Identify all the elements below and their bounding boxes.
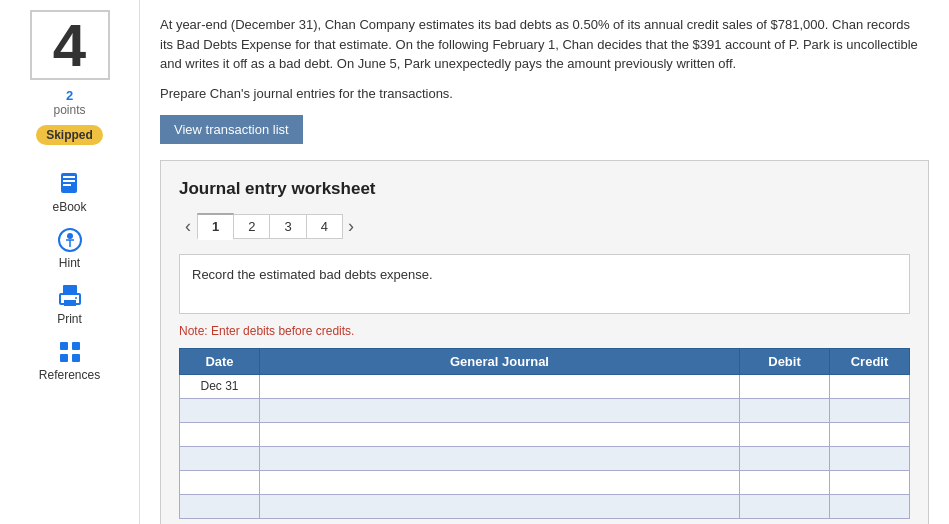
svg-rect-12 [60,342,68,350]
table-row [180,446,910,470]
row-2-debit[interactable] [740,398,830,422]
row-5-journal-input[interactable] [260,471,739,494]
worksheet-title: Journal entry worksheet [179,179,910,199]
table-row: Dec 31 [180,374,910,398]
row-5-journal[interactable] [260,470,740,494]
print-icon [56,282,84,310]
row-6-credit[interactable] [830,494,910,518]
row-6-journal[interactable] [260,494,740,518]
sidebar-item-print[interactable]: Print [56,282,84,326]
row-5-credit-input[interactable] [830,471,909,494]
row-2-credit[interactable] [830,398,910,422]
row-4-journal[interactable] [260,446,740,470]
sidebar-item-ebook[interactable]: eBook [52,170,86,214]
svg-rect-3 [63,184,71,186]
svg-rect-2 [63,180,75,182]
row-1-debit[interactable] [740,374,830,398]
row-4-journal-input[interactable] [260,447,739,470]
row-6-debit-input[interactable] [740,495,829,518]
row-4-credit-input[interactable] [830,447,909,470]
tab-previous-button[interactable]: ‹ [179,216,197,237]
svg-rect-8 [63,285,77,294]
header-debit: Debit [740,348,830,374]
row-3-date [180,422,260,446]
svg-rect-13 [72,342,80,350]
row-3-journal-input[interactable] [260,423,739,446]
row-3-credit-input[interactable] [830,423,909,446]
hint-label: Hint [59,256,80,270]
row-5-debit[interactable] [740,470,830,494]
question-number: 4 [30,10,110,80]
problem-text: At year-end (December 31), Chan Company … [160,15,920,74]
row-2-journal-input[interactable] [260,399,739,422]
svg-rect-10 [64,300,76,306]
row-3-journal[interactable] [260,422,740,446]
tab-next-button[interactable]: › [342,216,360,237]
references-icon [56,338,84,366]
journal-table: Date General Journal Debit Credit Dec 31 [179,348,910,519]
row-1-debit-input[interactable] [740,375,829,398]
svg-rect-1 [63,176,75,178]
references-label: References [39,368,100,382]
ebook-label: eBook [52,200,86,214]
row-1-date: Dec 31 [180,374,260,398]
row-1-journal[interactable] [260,374,740,398]
table-row [180,494,910,518]
hint-icon [56,226,84,254]
points-label: points [53,103,85,117]
ebook-icon [56,170,84,198]
row-1-credit[interactable] [830,374,910,398]
print-label: Print [57,312,82,326]
table-row [180,470,910,494]
header-credit: Credit [830,348,910,374]
sidebar: 4 2 points Skipped eBook [0,0,140,524]
row-4-debit[interactable] [740,446,830,470]
table-row [180,398,910,422]
row-6-date [180,494,260,518]
row-1-journal-input[interactable] [260,375,739,398]
table-row [180,422,910,446]
row-2-credit-input[interactable] [830,399,909,422]
points-value: 2 [66,88,73,103]
debit-credit-note: Note: Enter debits before credits. [179,324,910,338]
tab-4[interactable]: 4 [306,214,343,239]
svg-rect-14 [60,354,68,362]
sidebar-item-references[interactable]: References [39,338,100,382]
row-5-date [180,470,260,494]
row-6-credit-input[interactable] [830,495,909,518]
prepare-instruction: Prepare Chan's journal entries for the t… [160,86,929,101]
status-badge: Skipped [36,125,103,145]
row-2-debit-input[interactable] [740,399,829,422]
tab-1[interactable]: 1 [197,213,234,240]
row-4-date [180,446,260,470]
transaction-description: Record the estimated bad debts expense. [179,254,910,314]
header-date: Date [180,348,260,374]
row-3-credit[interactable] [830,422,910,446]
svg-rect-15 [72,354,80,362]
header-general-journal: General Journal [260,348,740,374]
sidebar-icons: eBook Hint Print [39,170,100,382]
row-5-debit-input[interactable] [740,471,829,494]
row-6-journal-input[interactable] [260,495,739,518]
view-transaction-button[interactable]: View transaction list [160,115,303,144]
svg-point-5 [67,233,73,239]
description-text: Record the estimated bad debts expense. [192,267,433,282]
journal-entry-worksheet: Journal entry worksheet ‹ 1 2 3 4 › Reco… [160,160,929,525]
tab-3[interactable]: 3 [269,214,306,239]
row-3-debit-input[interactable] [740,423,829,446]
svg-point-11 [75,297,77,299]
row-4-credit[interactable] [830,446,910,470]
row-6-debit[interactable] [740,494,830,518]
tabs-navigation: ‹ 1 2 3 4 › [179,213,910,240]
row-5-credit[interactable] [830,470,910,494]
main-content: At year-end (December 31), Chan Company … [140,0,949,524]
tab-2[interactable]: 2 [233,214,270,239]
row-2-journal[interactable] [260,398,740,422]
sidebar-item-hint[interactable]: Hint [56,226,84,270]
row-3-debit[interactable] [740,422,830,446]
row-2-date [180,398,260,422]
row-4-debit-input[interactable] [740,447,829,470]
row-1-credit-input[interactable] [830,375,909,398]
